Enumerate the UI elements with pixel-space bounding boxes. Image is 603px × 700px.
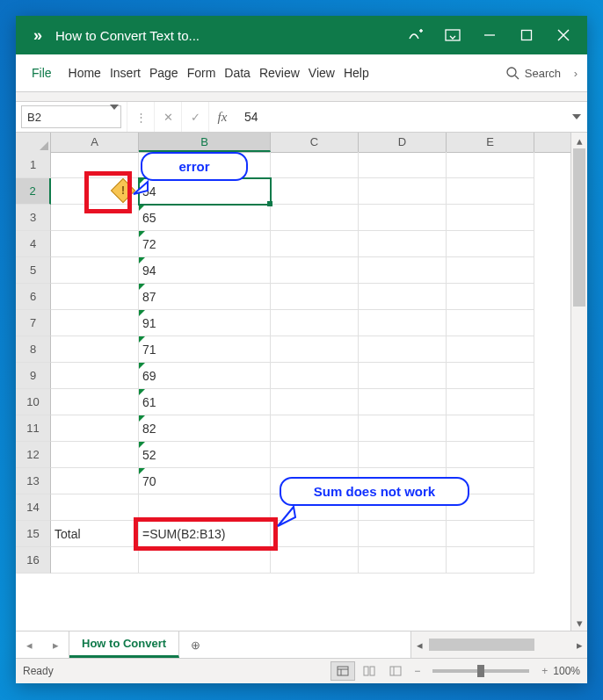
cell-B2[interactable]: !54 — [139, 178, 271, 205]
tab-file[interactable]: File — [19, 54, 64, 91]
row-head-7[interactable]: 7 — [16, 310, 51, 336]
cell-A8[interactable] — [51, 336, 139, 363]
row-head-5[interactable]: 5 — [16, 257, 51, 284]
cell-C7[interactable] — [271, 310, 359, 336]
cell-C6[interactable] — [271, 284, 359, 310]
cell-A9[interactable] — [51, 363, 139, 389]
vscroll-thumb[interactable] — [573, 148, 585, 307]
tab-home[interactable]: Home — [64, 54, 105, 91]
row-head-13[interactable]: 13 — [16, 468, 51, 494]
simplify-ribbon-icon[interactable] — [397, 16, 434, 54]
cell-D11[interactable] — [359, 415, 447, 442]
minimize-icon[interactable] — [471, 16, 508, 54]
cell-B10[interactable]: 61 — [139, 389, 271, 415]
cell-B11[interactable]: 82 — [139, 415, 271, 442]
col-E[interactable]: E — [447, 133, 534, 152]
row-head-2[interactable]: 2 — [16, 178, 51, 205]
cell-D12[interactable] — [359, 442, 447, 468]
cell-D1[interactable] — [359, 152, 447, 178]
row-head-3[interactable]: 3 — [16, 205, 51, 231]
maximize-icon[interactable] — [508, 16, 545, 54]
formula-more-icon[interactable]: ⋮ — [127, 102, 154, 132]
cell-D16[interactable] — [359, 547, 447, 574]
cell-E6[interactable] — [447, 284, 534, 310]
cell-D5[interactable] — [359, 257, 447, 284]
cell-B13[interactable]: 70 — [139, 468, 271, 494]
sheet-nav[interactable]: ◂▸ — [16, 631, 69, 658]
cell-D9[interactable] — [359, 363, 447, 389]
cell-C11[interactable] — [271, 415, 359, 442]
sheet-tab-active[interactable]: How to Convert — [69, 631, 179, 658]
cell-B9[interactable]: 69 — [139, 363, 271, 389]
cell-E11[interactable] — [447, 415, 534, 442]
cell-D3[interactable] — [359, 205, 447, 231]
cell-A6[interactable] — [51, 284, 139, 310]
cell-B6[interactable]: 87 — [139, 284, 271, 310]
cell-C9[interactable] — [271, 363, 359, 389]
cell-D7[interactable] — [359, 310, 447, 336]
cell-C16[interactable] — [271, 547, 359, 574]
scroll-right-icon[interactable]: ▸ — [571, 637, 587, 653]
col-B[interactable]: B — [139, 133, 271, 152]
formula-enter-icon[interactable]: ✓ — [181, 102, 208, 132]
search-button[interactable]: Search — [498, 54, 568, 91]
cell-C10[interactable] — [271, 389, 359, 415]
cell-E15[interactable] — [447, 521, 534, 547]
tab-data[interactable]: Data — [220, 54, 255, 91]
cell-D8[interactable] — [359, 336, 447, 363]
ribbon-overflow-icon[interactable]: › — [568, 54, 584, 91]
cell-E2[interactable] — [447, 178, 534, 205]
cell-B3[interactable]: 65 — [139, 205, 271, 231]
hscroll-thumb[interactable] — [429, 639, 534, 651]
new-sheet-icon[interactable]: ⊕ — [179, 631, 211, 658]
insert-function-icon[interactable]: fx — [208, 102, 236, 132]
tab-review[interactable]: Review — [255, 54, 304, 91]
horizontal-scrollbar[interactable]: ◂ ▸ — [410, 631, 587, 658]
cell-B7[interactable]: 91 — [139, 310, 271, 336]
grid[interactable]: A B C D E 12!543654725946877918719691061… — [16, 133, 570, 631]
cell-D15[interactable] — [359, 521, 447, 547]
zoom-in-icon[interactable]: + — [541, 665, 548, 677]
col-D[interactable]: D — [359, 133, 447, 152]
row-head-10[interactable]: 10 — [16, 389, 51, 415]
cell-E4[interactable] — [447, 231, 534, 257]
cell-B12[interactable]: 52 — [139, 442, 271, 468]
vertical-scrollbar[interactable]: ▴ ▾ — [570, 133, 587, 631]
cell-A15[interactable]: Total — [51, 521, 139, 547]
cell-E16[interactable] — [447, 547, 534, 574]
zoom-slider[interactable] — [432, 669, 529, 673]
view-page-break-icon[interactable] — [383, 661, 408, 681]
row-head-1[interactable]: 1 — [16, 152, 51, 178]
formula-cancel-icon[interactable]: ✕ — [154, 102, 181, 132]
row-head-16[interactable]: 16 — [16, 547, 51, 574]
cell-A14[interactable] — [51, 494, 139, 521]
tab-page[interactable]: Page — [145, 54, 183, 91]
tab-insert[interactable]: Insert — [105, 54, 145, 91]
col-C[interactable]: C — [271, 133, 359, 152]
cell-D4[interactable] — [359, 231, 447, 257]
cell-B8[interactable]: 71 — [139, 336, 271, 363]
row-head-15[interactable]: 15 — [16, 521, 51, 547]
cell-A12[interactable] — [51, 442, 139, 468]
cell-D6[interactable] — [359, 284, 447, 310]
cell-C12[interactable] — [271, 442, 359, 468]
tab-help[interactable]: Help — [339, 54, 374, 91]
cell-E1[interactable] — [447, 152, 534, 178]
col-A[interactable]: A — [51, 133, 139, 152]
row-head-11[interactable]: 11 — [16, 415, 51, 442]
row-head-12[interactable]: 12 — [16, 442, 51, 468]
cell-E12[interactable] — [447, 442, 534, 468]
cell-C8[interactable] — [271, 336, 359, 363]
cell-A5[interactable] — [51, 257, 139, 284]
formula-input[interactable]: 54 — [236, 110, 566, 124]
scroll-down-icon[interactable]: ▾ — [571, 615, 587, 631]
cell-E5[interactable] — [447, 257, 534, 284]
tab-formulas[interactable]: Form — [183, 54, 221, 91]
ribbon-display-icon[interactable] — [434, 16, 471, 54]
cell-A13[interactable] — [51, 468, 139, 494]
cell-E8[interactable] — [447, 336, 534, 363]
select-all-corner[interactable] — [16, 133, 51, 152]
cell-C1[interactable] — [271, 152, 359, 178]
cell-C3[interactable] — [271, 205, 359, 231]
row-head-9[interactable]: 9 — [16, 363, 51, 389]
